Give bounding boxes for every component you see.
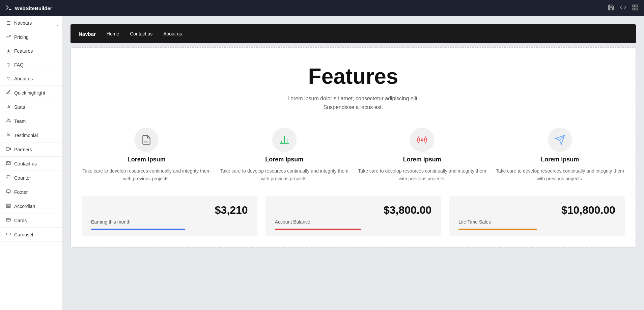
sidebar-label-pricing: Pricing <box>14 34 29 40</box>
svg-rect-3 <box>633 8 635 10</box>
stats-grid: $3,210 Earning this month $3,800.00 Acco… <box>82 196 625 236</box>
save-icon[interactable] <box>608 4 614 12</box>
sidebar-item-quick-highlight[interactable]: Quick highlight <box>0 86 62 100</box>
topbar: WebSiteBuilder <box>0 0 644 16</box>
feature-card-doc: DOC Lorem ipsum Take care to develop res… <box>82 128 212 182</box>
sidebar-label-contact-us: Contact us <box>14 161 37 166</box>
stat-value-2: $10,800.00 <box>458 204 615 216</box>
feature-desc-wifi: Take care to develop resources continual… <box>357 167 487 182</box>
partners-icon <box>5 147 11 152</box>
svg-rect-0 <box>633 5 635 7</box>
feature-name-bar: Lorem ipsum <box>265 156 303 163</box>
features-title: Features <box>82 64 625 89</box>
stats-icon <box>5 104 11 110</box>
team-icon <box>5 118 11 124</box>
svg-marker-9 <box>9 148 10 150</box>
navbar-section: Navbar Home Contact us About us <box>71 24 636 43</box>
sidebar-item-contact-us[interactable]: Contact us <box>0 157 62 171</box>
stat-card-2: $10,800.00 Life Time Sales <box>449 196 625 236</box>
code-icon[interactable] <box>620 4 626 12</box>
accordian-icon <box>5 203 11 209</box>
sidebar-label-accordian: Accordian <box>14 204 35 209</box>
svg-rect-1 <box>636 5 638 7</box>
sidebar-collapse-button[interactable]: ‹ <box>56 22 58 27</box>
about-us-icon: ? <box>5 76 11 81</box>
quick-highlight-icon <box>5 90 11 96</box>
stat-bar-0 <box>91 229 185 230</box>
sidebar-item-navbars[interactable]: ☰ Navbars <box>0 16 62 30</box>
sidebar-label-stats: Stats <box>14 104 25 110</box>
sidebar-item-carousel[interactable]: Carousel <box>0 228 62 242</box>
stat-value-0: $3,210 <box>91 204 248 216</box>
sidebar-item-accordian[interactable]: Accordian <box>0 199 62 213</box>
stat-card-1: $3,800.00 Account Balance <box>265 196 441 236</box>
feature-icon-doc: DOC <box>134 128 159 152</box>
svg-point-26 <box>421 139 423 141</box>
navbar-link-about: About us <box>163 31 182 36</box>
feature-name-doc: Lorem ipsum <box>128 156 166 163</box>
sidebar-item-pricing[interactable]: Pricing <box>0 30 62 44</box>
sidebar: ‹ ☰ Navbars Pricing ★ Features ? FAQ ? A… <box>0 16 62 310</box>
sidebar-item-stats[interactable]: Stats <box>0 100 62 114</box>
testimonial-icon <box>5 132 11 138</box>
sidebar-label-counter: Counter <box>14 175 31 181</box>
sidebar-item-partners[interactable]: Partners <box>0 143 62 157</box>
sidebar-item-testimonial[interactable]: Testimonial <box>0 128 62 143</box>
brand: WebSiteBuilder <box>5 5 52 11</box>
stat-bar-1 <box>275 229 361 230</box>
content-area: Navbar Home Contact us About us Features… <box>62 16 644 310</box>
stat-label-1: Account Balance <box>275 219 432 225</box>
navbar-link-contact: Contact us <box>130 31 152 36</box>
svg-rect-2 <box>636 8 638 10</box>
faq-icon: ? <box>5 62 11 68</box>
footer-icon <box>5 189 11 195</box>
navbar-brand: Navbar <box>79 31 96 37</box>
stat-bar-2 <box>458 229 537 230</box>
sidebar-label-features: Features <box>14 48 33 54</box>
feature-desc-doc: Take care to develop resources continual… <box>82 167 212 182</box>
svg-point-7 <box>7 119 9 121</box>
sidebar-item-faq[interactable]: ? FAQ <box>0 58 62 72</box>
stat-card-0: $3,210 Earning this month <box>82 196 257 236</box>
svg-rect-15 <box>6 204 10 205</box>
topbar-actions <box>608 4 639 12</box>
feature-desc-arrow: Take care to develop resources continual… <box>495 167 625 182</box>
brand-icon <box>5 5 12 11</box>
pricing-icon <box>5 34 11 40</box>
sidebar-item-cards[interactable]: Cards <box>0 213 62 228</box>
sidebar-label-team: Team <box>14 119 26 124</box>
feature-card-bar: Lorem ipsum Take care to develop resourc… <box>220 128 349 182</box>
features-grid: DOC Lorem ipsum Take care to develop res… <box>82 128 625 182</box>
stat-label-0: Earning this month <box>91 219 248 225</box>
navbars-icon: ☰ <box>5 20 11 26</box>
svg-rect-18 <box>6 218 10 221</box>
main-layout: ‹ ☰ Navbars Pricing ★ Features ? FAQ ? A… <box>0 16 644 310</box>
sidebar-item-counter[interactable]: Counter <box>0 171 62 185</box>
counter-icon <box>5 175 11 181</box>
grid-icon[interactable] <box>632 4 639 12</box>
svg-rect-12 <box>6 190 10 192</box>
brand-label: WebSiteBuilder <box>15 5 52 11</box>
features-subtitle-line1: Lorem ipsum dolor sit amet, consectetur … <box>287 96 419 101</box>
stat-label-2: Life Time Sales <box>458 219 615 225</box>
sidebar-item-team[interactable]: Team <box>0 114 62 128</box>
svg-text:DOC: DOC <box>144 141 148 143</box>
cards-icon <box>5 217 11 223</box>
features-subtitle-line2: Suspendisse a lacus est. <box>324 104 383 110</box>
sidebar-label-faq: FAQ <box>14 62 24 68</box>
features-section: Features Lorem ipsum dolor sit amet, con… <box>71 47 636 248</box>
feature-name-wifi: Lorem ipsum <box>403 156 441 163</box>
sidebar-item-about-us[interactable]: ? About us <box>0 72 62 86</box>
feature-card-arrow: Lorem ipsum Take care to develop resourc… <box>495 128 625 182</box>
svg-rect-17 <box>6 207 10 207</box>
svg-rect-10 <box>6 148 9 150</box>
sidebar-label-partners: Partners <box>14 147 32 152</box>
feature-icon-wifi <box>410 128 434 152</box>
sidebar-label-cards: Cards <box>14 218 27 223</box>
sidebar-label-about-us: About us <box>14 76 33 81</box>
feature-icon-arrow <box>548 128 572 152</box>
feature-icon-bar <box>272 128 297 152</box>
sidebar-label-quick-highlight: Quick highlight <box>14 90 45 96</box>
sidebar-item-footer[interactable]: Footer <box>0 185 62 199</box>
sidebar-item-features[interactable]: ★ Features <box>0 44 62 58</box>
